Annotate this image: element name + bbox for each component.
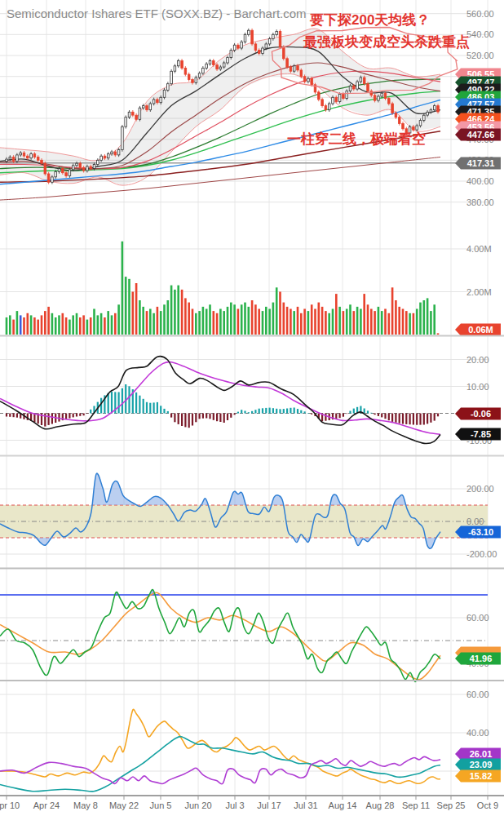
svg-text:2.00M: 2.00M [466, 287, 492, 297]
x-axis: Apr 10Apr 24May 8May 22Jun 5Jun 20Jul 3J… [0, 796, 498, 810]
value-badge: 41.96 [455, 653, 501, 665]
svg-text:380.00: 380.00 [466, 197, 494, 207]
svg-text:Aug 28: Aug 28 [366, 800, 395, 810]
macd-signal-line [0, 361, 440, 434]
svg-text:520.00: 520.00 [466, 51, 494, 60]
value-badge: -63.10 [455, 526, 501, 539]
svg-text:560.00: 560.00 [466, 9, 494, 19]
rsi-fast-line [0, 590, 440, 682]
value-badge: 0.06M [455, 324, 501, 336]
svg-text:447.66: 447.66 [467, 130, 495, 140]
svg-text:40.00: 40.00 [466, 728, 489, 738]
annotation-note: 一柱穿二线，极端看空 [287, 131, 426, 147]
svg-text:417.31: 417.31 [467, 158, 495, 168]
svg-text:May 22: May 22 [109, 800, 139, 810]
value-badge: 23.09 [455, 759, 501, 771]
svg-text:Jun 5: Jun 5 [150, 800, 172, 810]
svg-text:540.00: 540.00 [466, 29, 494, 39]
svg-text:10.00: 10.00 [466, 382, 489, 392]
value-badge: 447.66 [455, 129, 501, 141]
svg-text:41.96: 41.96 [470, 654, 493, 663]
cci-panel: 200.000.00-200.00-63.10 [0, 473, 501, 559]
svg-text:200.00: 200.00 [466, 484, 494, 494]
annotation-note: 最强板块变成空头杀跌重点 [303, 33, 470, 50]
value-badge: -0.06 [455, 408, 501, 420]
macd-line [0, 357, 440, 444]
multi-panel-chart: 560.00540.00520.00500.00480.00460.00440.… [0, 0, 504, 816]
svg-text:-200.00: -200.00 [466, 549, 497, 559]
annotation-note: 要下探200天均线？ [309, 12, 430, 28]
chart-title: Semiconductor Ishares ETF (SOXX.BZ) - Ba… [7, 7, 307, 20]
rsi-panel: 60.0040.0041.96 [0, 590, 501, 682]
svg-text:4.00M: 4.00M [466, 244, 492, 254]
svg-text:-63.10: -63.10 [468, 527, 493, 537]
value-badge: 15.82 [455, 770, 501, 783]
svg-text:400.00: 400.00 [466, 176, 494, 186]
svg-text:Sep 11: Sep 11 [402, 800, 430, 810]
value-badge: 417.31 [455, 157, 501, 170]
svg-text:-0.06: -0.06 [471, 409, 491, 419]
svg-text:Jul 3: Jul 3 [225, 800, 244, 810]
dmi-panel: 60.0040.0020.0026.0123.0915.82 [0, 690, 501, 792]
svg-text:60.00: 60.00 [466, 690, 489, 699]
svg-text:60.00: 60.00 [466, 613, 489, 623]
bollinger-band [0, 29, 440, 185]
svg-text:26.01: 26.01 [470, 749, 493, 759]
volume-panel: 4.00M2.00M0.06M [0, 242, 501, 336]
svg-text:0.06M: 0.06M [468, 325, 493, 335]
svg-text:Jul 31: Jul 31 [294, 800, 317, 810]
value-badge: -7.85 [455, 428, 501, 441]
svg-text:May 8: May 8 [73, 800, 98, 810]
value-badge: 26.01 [455, 748, 501, 761]
svg-text:15.82: 15.82 [470, 771, 493, 781]
svg-text:0.00: 0.00 [466, 517, 484, 526]
svg-text:Jun 20: Jun 20 [184, 800, 211, 810]
svg-text:20.00: 20.00 [466, 355, 489, 365]
svg-text:Oct 9: Oct 9 [477, 800, 498, 810]
chart-page: Semiconductor Ishares ETF (SOXX.BZ) - Ba… [0, 0, 504, 816]
svg-text:-7.85: -7.85 [471, 429, 491, 439]
svg-text:Aug 14: Aug 14 [329, 800, 357, 810]
macd-panel: 20.0010.00-10.00-0.06-7.85 [0, 355, 501, 446]
svg-text:Jul 17: Jul 17 [257, 800, 281, 810]
svg-text:Sep 25: Sep 25 [437, 800, 466, 810]
soxx-chart-svg: 560.00540.00520.00500.00480.00460.00440.… [0, 0, 504, 816]
svg-text:Apr 10: Apr 10 [0, 800, 20, 810]
svg-text:Apr 24: Apr 24 [33, 800, 60, 810]
svg-text:23.09: 23.09 [470, 760, 493, 769]
